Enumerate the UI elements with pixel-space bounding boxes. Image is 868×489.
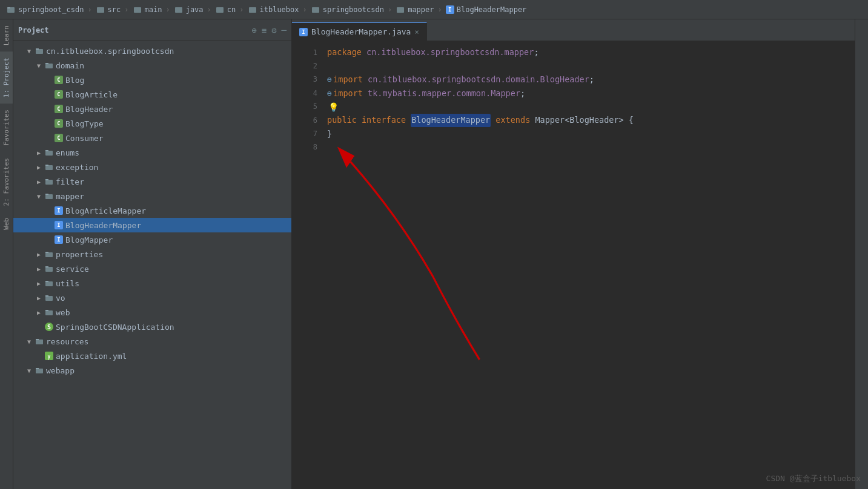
tree-item-blogheadermapper[interactable]: I BlogHeaderMapper bbox=[13, 218, 291, 232]
tree-item-resources[interactable]: resources bbox=[13, 334, 291, 349]
svg-rect-28 bbox=[45, 295, 48, 297]
code-line-1: package cn.itbluebox.springbootcsdn.mapp… bbox=[327, 46, 855, 59]
sidebar-tab-web[interactable]: Web bbox=[0, 212, 13, 236]
tree-item-mapper[interactable]: mapper bbox=[13, 189, 291, 203]
tab-label-blogheadermapper: BlogHeaderMapper.java bbox=[311, 27, 411, 36]
arrow-properties bbox=[35, 251, 42, 258]
tree-label-enums: enums bbox=[56, 148, 79, 157]
tree-item-web[interactable]: web bbox=[13, 305, 291, 320]
breadcrumb-project[interactable]: springboot_csdn bbox=[18, 5, 84, 14]
tree-label-blogarticle: BlogArticle bbox=[65, 90, 118, 99]
sidebar-tab-2favorites[interactable]: 2: Favorites bbox=[0, 152, 13, 212]
breadcrumb-folder-icon bbox=[6, 5, 16, 15]
folder-vo-icon bbox=[44, 293, 54, 303]
code-editor[interactable]: package cn.itbluebox.springbootcsdn.mapp… bbox=[322, 41, 855, 154]
tree-item-blog[interactable]: C Blog bbox=[13, 73, 291, 87]
svg-rect-30 bbox=[45, 310, 48, 311]
tree-label-webapp: webapp bbox=[46, 366, 75, 375]
left-sidebar: Learn 1: Project Favorites 2: Favorites … bbox=[0, 19, 13, 489]
tree-item-cn-package[interactable]: cn.itbluebox.springbootcsdn bbox=[13, 44, 291, 58]
breadcrumb-itbluebox[interactable]: itbluebox bbox=[260, 5, 299, 14]
semicolon-3: ; bbox=[589, 73, 594, 87]
kw-import-1: import bbox=[333, 73, 368, 87]
panel-header: Project ⊕ ≡ ⚙ ─ bbox=[13, 19, 291, 41]
tree-item-consumer[interactable]: C Consumer bbox=[13, 131, 291, 145]
panel-tools: ⊕ ≡ ⚙ ─ bbox=[251, 25, 287, 35]
icon-blogheadermapper: I bbox=[54, 220, 64, 230]
breadcrumb-main[interactable]: main bbox=[145, 5, 162, 14]
tree-item-webapp[interactable]: webapp bbox=[13, 363, 291, 378]
editor-content[interactable]: 1 2 3 4 5 6 7 8 package cn.itbluebox.spr… bbox=[292, 41, 855, 154]
folder-properties-icon bbox=[44, 249, 54, 259]
breadcrumb-blogheadermapper[interactable]: BlogHeaderMapper bbox=[457, 5, 527, 14]
bc-itbluebox-icon bbox=[248, 5, 257, 15]
kw-package: package bbox=[327, 46, 366, 59]
breadcrumb-springbootcsdn[interactable]: springbootcsdn bbox=[323, 5, 384, 14]
arrow-mapper bbox=[35, 192, 42, 200]
project-panel: Project ⊕ ≡ ⚙ ─ cn.itbluebox.springbootc… bbox=[13, 19, 292, 489]
tree-label-web: web bbox=[56, 308, 70, 317]
arrow-service bbox=[35, 265, 42, 272]
tab-close-button[interactable]: × bbox=[414, 28, 419, 36]
tree-item-filter[interactable]: filter bbox=[13, 174, 291, 189]
tree-item-blogmapper[interactable]: I BlogMapper bbox=[13, 232, 291, 247]
tree-label-properties: properties bbox=[56, 250, 103, 259]
tree-label-blog: Blog bbox=[65, 76, 84, 85]
svg-rect-8 bbox=[397, 7, 404, 13]
bc-java-icon bbox=[174, 5, 184, 15]
tree-item-blogtype[interactable]: C BlogType bbox=[13, 116, 291, 131]
code-line-2 bbox=[327, 59, 855, 73]
arrow-webapp bbox=[25, 367, 33, 374]
icon-blogtype: C bbox=[54, 119, 64, 128]
lightbulb-icon[interactable]: 💡 bbox=[328, 100, 339, 114]
tree-label-cn-package: cn.itbluebox.springbootcsdn bbox=[46, 47, 174, 56]
svg-rect-19 bbox=[45, 194, 53, 199]
bc-interface-icon: I bbox=[446, 5, 454, 14]
panel-settings-button[interactable]: ⚙ bbox=[271, 25, 276, 35]
tree-item-vo[interactable]: vo bbox=[13, 290, 291, 305]
svg-rect-20 bbox=[45, 194, 48, 195]
tree-item-properties[interactable]: properties bbox=[13, 247, 291, 261]
tree-item-springbootapp[interactable]: S SpringBootCSDNApplication bbox=[13, 320, 291, 334]
tree-item-blogarticle[interactable]: C BlogArticle bbox=[13, 87, 291, 102]
panel-layout-button[interactable]: ≡ bbox=[262, 25, 267, 35]
svg-rect-4 bbox=[175, 7, 182, 13]
import-blogheader: cn.itbluebox.springbootcsdn.domain.BlogH… bbox=[368, 73, 589, 87]
svg-rect-1 bbox=[7, 7, 10, 8]
tree-label-springbootapp: SpringBootCSDNApplication bbox=[56, 323, 174, 332]
svg-rect-23 bbox=[45, 267, 53, 272]
tree-item-blogheader[interactable]: C BlogHeader bbox=[13, 102, 291, 116]
tree-label-blogheadermapper: BlogHeaderMapper bbox=[65, 221, 141, 230]
tab-blogheadermapper[interactable]: I BlogHeaderMapper.java × bbox=[292, 22, 427, 41]
folder-mapper-icon bbox=[44, 191, 54, 201]
tree-item-service[interactable]: service bbox=[13, 261, 291, 276]
bc-main-icon bbox=[133, 5, 142, 15]
line-num-5: 5 bbox=[292, 100, 317, 114]
breadcrumb-mapper[interactable]: mapper bbox=[408, 5, 434, 14]
breadcrumb-src[interactable]: src bbox=[108, 5, 121, 14]
line-num-6: 6 bbox=[292, 114, 317, 127]
kw-extends: extends bbox=[491, 114, 535, 127]
panel-add-button[interactable]: ⊕ bbox=[251, 25, 256, 35]
breadcrumb-cn[interactable]: cn bbox=[227, 5, 236, 14]
code-line-5: 💡 bbox=[327, 100, 855, 114]
folder-web-icon bbox=[44, 307, 54, 317]
tree-item-appyml[interactable]: y application.yml bbox=[13, 349, 291, 363]
folder-webapp-icon bbox=[35, 366, 44, 375]
tree-item-blogarticlemapper[interactable]: I BlogArticleMapper bbox=[13, 203, 291, 218]
tree-item-enums[interactable]: enums bbox=[13, 145, 291, 160]
tree-label-blogmapper: BlogMapper bbox=[65, 235, 113, 244]
code-line-7: } bbox=[327, 127, 855, 140]
svg-text:S: S bbox=[47, 324, 51, 330]
sidebar-tab-learn[interactable]: Learn bbox=[0, 19, 13, 51]
svg-rect-24 bbox=[45, 266, 48, 267]
breadcrumb-java[interactable]: java bbox=[186, 5, 204, 14]
tree-item-exception[interactable]: exception bbox=[13, 160, 291, 174]
panel-minimize-button[interactable]: ─ bbox=[282, 25, 287, 35]
tree-item-utils[interactable]: utils bbox=[13, 276, 291, 290]
tree-label-blogheader: BlogHeader bbox=[65, 105, 113, 114]
svg-rect-3 bbox=[134, 7, 141, 13]
sidebar-tab-project[interactable]: 1: Project bbox=[0, 51, 13, 103]
tree-item-domain[interactable]: domain bbox=[13, 58, 291, 73]
sidebar-tab-favorites[interactable]: Favorites bbox=[0, 103, 13, 152]
